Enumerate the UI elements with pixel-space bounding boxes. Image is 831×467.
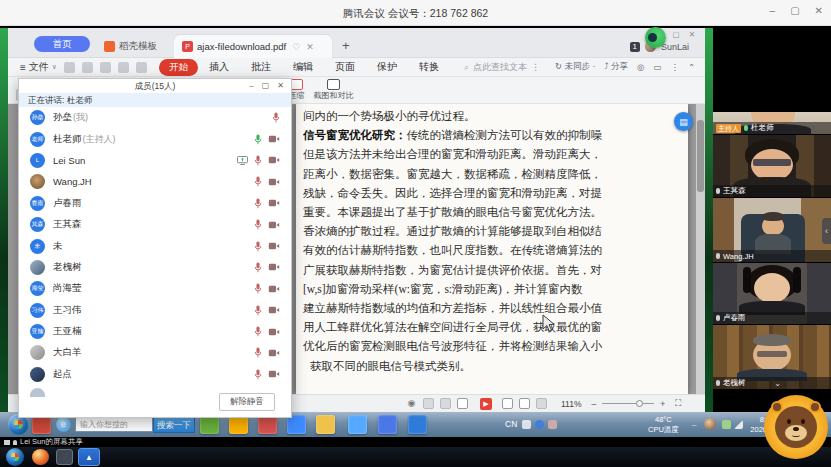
wps-menubar: ≡ 文件 ∨ 开始 插入批注编辑页面保护转换 ⌕ 点此查找文本 ⋮ ↻ 未同步 …	[8, 58, 705, 77]
ie-search-icon[interactable]: e	[56, 417, 71, 432]
view-mode-single-icon[interactable]	[423, 398, 434, 409]
tray-icon[interactable]	[522, 420, 531, 429]
share-button[interactable]: ⤴ 分享	[604, 61, 628, 73]
favorite-icon[interactable]: ♡	[292, 42, 300, 52]
tab-document[interactable]: P ajax-filedownload.pdf ♡ ✕	[174, 35, 332, 58]
notification-badge[interactable]: 1	[630, 42, 640, 52]
app-folder[interactable]	[316, 415, 335, 434]
local-taskbar-app[interactable]	[56, 449, 73, 465]
app-qq[interactable]	[348, 415, 367, 434]
video-thumbnail[interactable]: 主持人 杜老师	[713, 112, 831, 135]
member-row[interactable]: LLei Sun	[20, 150, 290, 171]
app-meeting[interactable]	[408, 415, 427, 434]
speaking-indicator: 正在讲话: 杜老师	[19, 93, 291, 107]
member-row[interactable]: 其森王其森	[20, 214, 290, 235]
fullscreen-icon[interactable]: ⛶	[675, 398, 681, 409]
tab-home[interactable]: 首页	[34, 36, 90, 52]
snapshot-compare-button[interactable]: 截图和对比	[314, 77, 354, 103]
chevron-down-icon[interactable]: ⌄	[774, 379, 781, 388]
rotate-icon[interactable]	[502, 398, 513, 409]
tray-icon[interactable]	[548, 420, 557, 429]
save-icon[interactable]	[82, 62, 93, 73]
menu-start[interactable]: 开始	[159, 59, 198, 76]
member-row[interactable]: 起点	[20, 364, 290, 385]
local-start-button[interactable]	[6, 448, 24, 466]
document-scrollbar[interactable]	[696, 104, 705, 394]
tray-icon[interactable]	[722, 420, 731, 429]
tray-avatar-icon[interactable]	[704, 418, 716, 430]
sync-status[interactable]: ↻ 未同步 ·	[555, 61, 595, 73]
menu-item-插入[interactable]: 插入	[198, 60, 240, 74]
new-tab-button[interactable]: +	[342, 38, 350, 54]
taskbar-search-button[interactable]: 搜索一下	[153, 416, 195, 433]
view-mode-double-icon[interactable]	[457, 398, 468, 409]
video-thumbnail[interactable]: 王其森	[713, 135, 831, 198]
unmute-button[interactable]: 解除静音	[219, 393, 275, 411]
member-row[interactable]: Wang.JH	[20, 171, 290, 192]
cpu-temp-widget[interactable]: 48°C CPU温度	[648, 415, 679, 434]
view-mode-fit-icon[interactable]	[440, 398, 451, 409]
meeting-floating-icon[interactable]	[645, 27, 666, 48]
emoji-icon[interactable]: ◎	[637, 62, 644, 72]
zoom-slider-knob[interactable]	[636, 400, 643, 407]
play-slideshow-icon[interactable]: ▶	[480, 398, 492, 410]
eye-protect-icon[interactable]: ◉	[406, 398, 417, 409]
member-row[interactable]: 习伟王习伟	[20, 300, 290, 321]
zoom-out-icon[interactable]: –	[591, 399, 596, 409]
tab-docer[interactable]: 稻壳模板	[96, 35, 165, 58]
video-thumbnail[interactable]: 老槐树 ⌄	[713, 325, 831, 390]
collapse-ribbon-icon[interactable]: ⌃	[688, 62, 695, 72]
fit-width-icon[interactable]	[519, 398, 530, 409]
print-icon[interactable]	[100, 62, 111, 73]
member-row[interactable]: 老师杜老师(主持人)	[20, 128, 290, 149]
undo-icon[interactable]	[118, 62, 129, 73]
member-row[interactable]: 亚楠王亚楠	[20, 321, 290, 342]
member-row[interactable]: 春雨卢春雨	[20, 193, 290, 214]
network-icon[interactable]	[734, 420, 743, 429]
member-row[interactable]: 老槐树	[20, 257, 290, 278]
desktop-wallpaper-strip	[0, 28, 8, 412]
menu-item-页面[interactable]: 页面	[324, 60, 366, 74]
redo-icon[interactable]	[136, 62, 147, 73]
meeting-app-taskbar-button[interactable]: ▲	[78, 448, 100, 466]
maximize-icon[interactable]: ▢	[790, 5, 799, 16]
menu-item-批注[interactable]: 批注	[240, 60, 282, 74]
close-icon[interactable]: ✕	[815, 5, 823, 16]
video-thumbnail[interactable]: Wang.JH	[713, 198, 831, 263]
language-indicator[interactable]: CN	[505, 419, 517, 429]
comment-icon[interactable]: ▭	[653, 62, 661, 72]
video-thumbnail[interactable]: 卢春雨	[713, 263, 831, 325]
member-row[interactable]: 大白羊	[20, 342, 290, 363]
zoom-slider[interactable]	[602, 403, 654, 404]
menu-item-编辑[interactable]: 编辑	[282, 60, 324, 74]
taskbar-search-input[interactable]: 输入你想搜的	[75, 417, 153, 432]
member-row[interactable]: 海莹尚海莹	[20, 278, 290, 299]
lion-mascot-widget[interactable]	[762, 392, 830, 464]
menu-item-保护[interactable]: 保护	[366, 60, 408, 74]
member-row[interactable]: 孙垒孙垒(我)	[20, 107, 290, 128]
tray-icon[interactable]	[535, 420, 544, 429]
scrollbar-thumb[interactable]	[697, 120, 704, 192]
menu-file[interactable]: ≡ 文件 ∨	[20, 60, 57, 74]
tray-expand-icon[interactable]: –	[692, 420, 696, 429]
zoom-in-icon[interactable]: +	[660, 399, 665, 409]
collapse-videos-handle[interactable]: ‹	[822, 218, 831, 244]
floating-panel-button[interactable]: ▤	[674, 112, 693, 131]
local-taskbar-app[interactable]	[32, 449, 49, 465]
more-icon[interactable]: ⋮	[670, 62, 679, 72]
menu-item-转换[interactable]: 转换	[408, 60, 450, 74]
wps-close-icon[interactable]: ✕	[689, 30, 695, 39]
tab-close-icon[interactable]: ✕	[306, 42, 314, 52]
panel-minimize-icon[interactable]: –	[249, 81, 253, 90]
account-name[interactable]: SunLai	[661, 42, 689, 52]
open-icon[interactable]	[64, 62, 75, 73]
minimize-icon[interactable]: –	[770, 5, 776, 16]
find-text[interactable]: ⌕ 点此查找文本 ⋮	[464, 61, 540, 74]
app-wps[interactable]	[378, 415, 397, 434]
member-name: 老槐树	[53, 261, 82, 274]
panel-close-icon[interactable]: ✕	[277, 81, 284, 90]
panel-maximize-icon[interactable]: ▢	[262, 81, 270, 90]
wps-maximize-icon[interactable]: ▢	[673, 30, 680, 39]
member-row[interactable]: 未未	[20, 235, 290, 256]
fit-page-icon[interactable]	[536, 398, 547, 409]
